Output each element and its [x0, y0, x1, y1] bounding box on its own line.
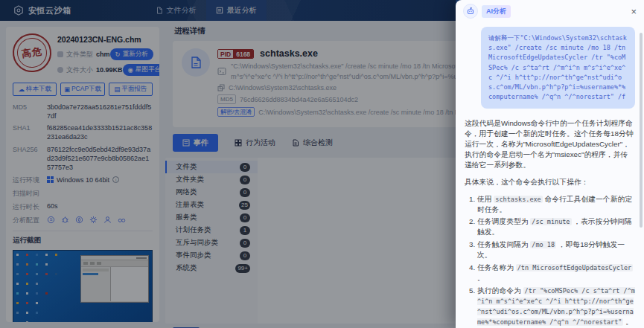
pcap-download-button[interactable]: ▣PCAP下载: [60, 83, 104, 96]
category-system[interactable]: 系统类99+: [165, 262, 258, 274]
platform-icon: ◉: [128, 66, 133, 74]
sample-info-card: 高危 · · · · · 20240123CN-ENG.chm 文件类型 chm…: [6, 27, 159, 322]
user-message-bubble: 请解释一下"C:\Windows\System32\schtasks.exe" …: [481, 27, 635, 109]
file-size-value: 10.99KB: [96, 66, 123, 74]
ai-step: 使用 schtasks.exe 命令行工具创建一个新的定时任务。: [477, 194, 635, 215]
ai-step: 任务调度类型为 /sc minute ，表示按分钟间隔触发。: [477, 216, 635, 237]
run-screenshot-thumbnail[interactable]: [13, 250, 153, 322]
inline-code: schtasks.exe: [494, 196, 542, 203]
category-service[interactable]: 服务类0: [165, 211, 258, 224]
app-window: 安恒云沙箱 文件分析 最近分析 高危 · · · · · 20240123CN-…: [0, 0, 644, 328]
env-value: Windows 10 64bit: [57, 176, 109, 184]
process-icon: [182, 48, 210, 77]
flat-report-button[interactable]: ▤平面报告: [109, 83, 153, 96]
sandbox-config-icon: S: [47, 216, 55, 224]
duration-value: 60s: [47, 202, 153, 212]
category-network[interactable]: 网络类0: [165, 186, 258, 199]
category-scheduled-task[interactable]: 计划任务类1: [165, 224, 258, 237]
sha1-value: f68285cea41de3333b1521ac8c358231ea6da23c: [47, 123, 153, 141]
file-icon: [156, 7, 163, 14]
gear-icon: [89, 216, 98, 224]
ai-response: 这段代码是Windows命令行中的一个任务计划程序命令，用于创建一个新的定时任务…: [465, 118, 635, 328]
cloud-download-icon: ☁: [18, 86, 25, 93]
count-badge: 99+: [235, 264, 250, 273]
close-icon[interactable]: ×: [631, 7, 637, 16]
inline-code: /sc minute: [530, 218, 571, 225]
brand-name: 安恒云沙箱: [28, 5, 71, 16]
inline-code: /tn MicrosoftEdgeUpdatesCycler: [516, 264, 634, 271]
category-file[interactable]: 文件类0: [165, 161, 258, 173]
category-list: 文件类0 文件夹类0 网络类0 注册表类25 服务类0 计划任务类1 互斥与同步…: [165, 158, 258, 324]
file-type-label: 文件类型: [66, 50, 93, 60]
tab-label: 文件分析: [167, 5, 197, 16]
detection-icon: [292, 139, 299, 147]
ai-step: 任务名称为 /tn MicrosoftEdgeUpdatesCycler 。: [477, 263, 635, 283]
count-badge: 25: [239, 201, 250, 210]
file-size-icon: [57, 67, 63, 73]
windows-logo-icon: [47, 176, 54, 183]
tab-label: 最近分析: [227, 5, 257, 16]
count-badge: 0: [240, 188, 250, 197]
info-icon[interactable]: i: [112, 176, 119, 183]
brand-logo-icon: [13, 5, 24, 16]
category-folder[interactable]: 文件夹类0: [165, 173, 258, 186]
scan-time-value: [47, 188, 153, 199]
risk-label: 高危: [21, 45, 43, 61]
refresh-icon: ↻: [115, 51, 121, 58]
hash-row-sha256: SHA256 876122fcc9e0d5ebd42df9e93d37ad23d…: [13, 145, 153, 172]
count-badge: 0: [240, 239, 250, 248]
tab-events[interactable]: 事件: [173, 134, 218, 152]
reanalyze-button[interactable]: ↻重新分析: [110, 48, 153, 60]
desktop-icons: [16, 254, 19, 256]
tab-综合-detection[interactable]: 综合检测: [292, 138, 333, 148]
tab-recent-analysis[interactable]: 最近分析: [206, 0, 267, 21]
count-badge: 0: [240, 176, 250, 184]
md5-badge: MD5: [217, 94, 236, 104]
count-badge: 1: [240, 226, 250, 235]
process-md5: 76cd6626dd8834bd4a42e6a565104dc2: [240, 96, 358, 103]
ai-response-lead: 具体来说，这个命令会执行以下操作：: [465, 177, 635, 187]
file-type-value: chm: [96, 51, 110, 58]
tab-file-analysis[interactable]: 文件分析: [146, 0, 206, 21]
sample-download-button[interactable]: ☁样本下载: [13, 83, 57, 96]
sha256-value: 876122fcc9e0d5ebd42df9e93d37ad23d9f521e6…: [47, 145, 153, 172]
ai-panel-body[interactable]: 请解释一下"C:\Windows\System32\schtasks.exe" …: [456, 22, 644, 328]
report-icon: ▤: [114, 86, 120, 93]
ai-response-intro: 这段代码是Windows命令行中的一个任务计划程序命令，用于创建一个新的定时任务…: [465, 118, 635, 170]
binoculars-icon: [118, 216, 126, 224]
ai-step: 执行的命令为 /tr "%coMSPec% /c s^ta^rt /^m^i^n…: [477, 286, 635, 327]
risk-stamp: 高危 · · · · ·: [10, 31, 54, 75]
ai-steps-list: 使用 schtasks.exe 命令行工具创建一个新的定时任务。 任务调度类型为…: [465, 194, 635, 327]
file-size-label: 文件大小: [66, 65, 93, 75]
starmap-platform-button[interactable]: ◉星图平台: [123, 64, 159, 76]
hash-row-sha1: SHA1 f68285cea41de3333b1521ac8c358231ea6…: [13, 123, 153, 141]
behavior-icon: [235, 139, 242, 147]
list-icon: [216, 7, 223, 14]
scrollbar-thumb[interactable]: [640, 33, 643, 228]
duration-row: 运行时长 60s: [13, 202, 153, 212]
link-icon: [217, 84, 225, 91]
category-event-sync[interactable]: 事件同步类0: [165, 249, 258, 262]
md5-value: 3b0d0a7e728aa516281e751fdddf57df: [47, 103, 153, 120]
hash-row-md5: MD5 3b0d0a7e728aa516281e751fdddf57df: [13, 103, 153, 120]
inline-code: /mo 18: [530, 241, 556, 248]
robot-avatar-icon: [463, 4, 478, 19]
ai-step: 任务触发间隔为 /mo 18 ，即每18分钟触发一次。: [477, 239, 635, 260]
compass-icon: [75, 216, 83, 224]
deobfuscate-badge: 解密/去混淆: [217, 107, 255, 117]
pid-value: 6168: [233, 50, 253, 58]
tab-behavior[interactable]: 行为活动: [235, 138, 275, 148]
category-mutex-sync[interactable]: 互斥与同步类0: [165, 237, 258, 249]
ai-panel-header: AI分析 ×: [456, 0, 644, 22]
count-badge: 0: [240, 213, 250, 222]
divider: [13, 231, 153, 231]
user-icon: [103, 216, 112, 224]
sample-filename: 20240123CN-ENG.chm: [57, 35, 153, 44]
pid-badge: PID6168: [217, 49, 254, 59]
bug-icon: [61, 216, 69, 224]
count-badge: 0: [240, 251, 250, 260]
ai-panel-title: AI分析: [482, 5, 511, 18]
category-registry[interactable]: 注册表类25: [165, 199, 258, 211]
process-path: C:\Windows\System32\schtasks.exe: [229, 84, 337, 91]
count-badge: 0: [240, 163, 250, 172]
